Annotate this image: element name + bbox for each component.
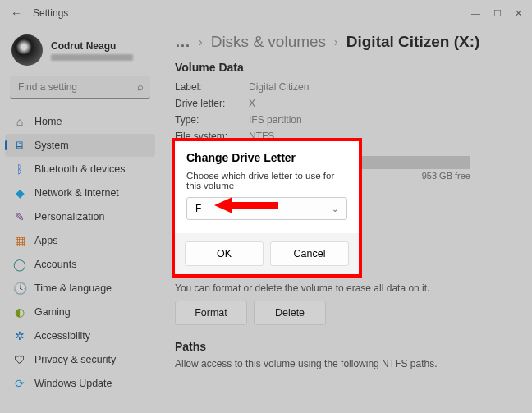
- network-internet-icon: ◆: [13, 186, 26, 200]
- app-title: Settings: [33, 7, 68, 19]
- sidebar-item-personalization[interactable]: ✎Personalization: [5, 205, 155, 228]
- volume-value: IFS partition: [249, 114, 302, 126]
- paths-desc: Allow access to this volume using the fo…: [175, 358, 517, 369]
- breadcrumb-parent[interactable]: Disks & volumes: [211, 33, 326, 51]
- volume-value: X: [249, 98, 255, 109]
- dialog-title: Change Drive Letter: [175, 141, 359, 167]
- maximize-button[interactable]: ☐: [493, 8, 502, 19]
- sidebar-item-label: Network & internet: [34, 187, 119, 199]
- sidebar-item-label: Home: [34, 116, 62, 127]
- drive-letter-value: F: [195, 203, 201, 214]
- volume-key: Type:: [175, 114, 249, 126]
- chevron-right-icon: ›: [334, 35, 338, 48]
- format-desc: You can format or delete the volume to e…: [175, 282, 517, 294]
- sidebar-item-bluetooth-devices[interactable]: ᛒBluetooth & devices: [5, 158, 155, 181]
- system-icon: 🖥: [13, 139, 26, 152]
- volume-key: Drive letter:: [175, 98, 249, 109]
- windows-update-icon: ⟳: [13, 377, 26, 390]
- breadcrumb-current: Digital Citizen (X:): [346, 33, 480, 51]
- sidebar-item-accessibility[interactable]: ✲Accessibility: [5, 324, 155, 347]
- paths-header: Paths: [175, 340, 517, 353]
- profile-email: [51, 54, 133, 61]
- search-icon: ⌕: [137, 80, 144, 93]
- change-drive-letter-dialog: Change Drive Letter Choose which drive l…: [175, 141, 359, 274]
- volume-row: Label:Digital Citizen: [175, 79, 517, 95]
- close-button[interactable]: ✕: [515, 8, 522, 19]
- format-button[interactable]: Format: [175, 301, 247, 325]
- cancel-button[interactable]: Cancel: [270, 241, 349, 266]
- gaming-icon: ◐: [13, 305, 26, 319]
- avatar: [11, 34, 43, 66]
- profile[interactable]: Codrut Neagu: [5, 30, 155, 74]
- home-icon: ⌂: [13, 115, 26, 128]
- chevron-down-icon: ⌄: [332, 204, 338, 213]
- sidebar-item-label: Accessibility: [34, 330, 90, 342]
- minimize-button[interactable]: —: [471, 8, 480, 19]
- volume-value: Digital Citizen: [249, 81, 309, 93]
- volume-row: Drive letter:X: [175, 95, 517, 112]
- sidebar-item-accounts[interactable]: ◯Accounts: [5, 253, 155, 276]
- sidebar-item-gaming[interactable]: ◐Gaming: [5, 301, 155, 324]
- sidebar-item-network-internet[interactable]: ◆Network & internet: [5, 181, 155, 204]
- search-box[interactable]: ⌕: [10, 76, 150, 99]
- back-button[interactable]: ←: [7, 7, 26, 20]
- volume-data-header: Volume Data: [175, 61, 517, 74]
- accessibility-icon: ✲: [13, 329, 26, 342]
- sidebar-item-label: Personalization: [34, 211, 104, 223]
- sidebar-item-windows-update[interactable]: ⟳Windows Update: [5, 372, 155, 395]
- sidebar-item-label: Gaming: [34, 306, 71, 318]
- chevron-right-icon: ›: [199, 35, 203, 48]
- sidebar-item-label: Privacy & security: [34, 354, 116, 365]
- sidebar-item-label: Time & language: [34, 282, 112, 294]
- personalization-icon: ✎: [13, 210, 26, 223]
- nav-list: ⌂Home🖥SystemᛒBluetooth & devices◆Network…: [5, 110, 155, 395]
- sidebar-item-system[interactable]: 🖥System: [5, 134, 155, 157]
- sidebar-item-apps[interactable]: ▦Apps: [5, 229, 155, 252]
- sidebar-item-privacy-security[interactable]: 🛡Privacy & security: [5, 348, 155, 371]
- volume-key: Label:: [175, 81, 249, 93]
- dialog-prompt: Choose which drive letter to use for thi…: [175, 167, 359, 195]
- window-controls: — ☐ ✕: [471, 8, 525, 19]
- sidebar-item-home[interactable]: ⌂Home: [5, 110, 155, 133]
- breadcrumb-ellipsis[interactable]: …: [175, 33, 190, 51]
- titlebar: ← Settings — ☐ ✕: [0, 0, 532, 26]
- sidebar-item-label: System: [34, 140, 69, 151]
- annotation-highlight: Change Drive Letter Choose which drive l…: [172, 138, 362, 278]
- sidebar-item-label: Bluetooth & devices: [34, 163, 126, 175]
- breadcrumb: … › Disks & volumes › Digital Citizen (X…: [175, 33, 517, 51]
- profile-name: Codrut Neagu: [51, 40, 133, 52]
- sidebar-item-label: Apps: [34, 235, 58, 246]
- sidebar-item-time-language[interactable]: 🕓Time & language: [5, 277, 155, 300]
- sidebar: Codrut Neagu ⌕ ⌂Home🖥SystemᛒBluetooth & …: [0, 26, 160, 413]
- volume-row: Type:IFS partition: [175, 112, 517, 128]
- sidebar-item-label: Accounts: [34, 259, 76, 270]
- drive-letter-select[interactable]: F ⌄: [186, 197, 347, 220]
- ok-button[interactable]: OK: [185, 241, 264, 266]
- delete-button[interactable]: Delete: [254, 301, 326, 325]
- search-input[interactable]: [10, 76, 150, 99]
- time-language-icon: 🕓: [13, 282, 26, 295]
- bluetooth-devices-icon: ᛒ: [13, 163, 26, 176]
- sidebar-item-label: Windows Update: [34, 378, 112, 389]
- accounts-icon: ◯: [13, 258, 26, 271]
- privacy-security-icon: 🛡: [13, 353, 26, 366]
- apps-icon: ▦: [13, 234, 26, 247]
